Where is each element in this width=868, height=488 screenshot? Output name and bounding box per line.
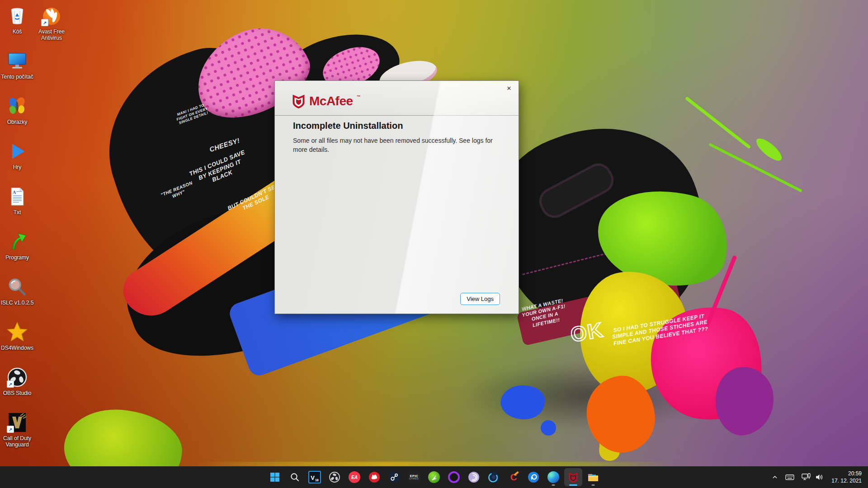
taskbar-mcafee-active[interactable] <box>564 468 582 486</box>
volume-icon <box>815 473 824 481</box>
dialog-message: Some or all files may not have been remo… <box>293 136 497 154</box>
view-logs-button[interactable]: View Logs <box>460 293 500 305</box>
desktop-icon-label: Call of Duty Vanguard <box>0 435 36 448</box>
taskbar-game-launcher[interactable] <box>425 468 443 486</box>
green-arrow-launcher-icon <box>428 471 440 483</box>
clock-time: 20:59 <box>831 470 862 477</box>
desktop-icon-label: Tento počítač <box>1 74 33 80</box>
desktop-icon-label: Kôš <box>13 28 22 35</box>
taskbar-bittorrent[interactable] <box>465 468 483 486</box>
paint-drop-blue <box>541 420 556 436</box>
desktop-icon-label: OBS Studio <box>3 390 32 396</box>
green-arrow-icon <box>6 230 28 253</box>
search-button[interactable] <box>286 468 304 486</box>
ccleaner-icon: C <box>510 472 517 483</box>
desktop-icon-label: Avast Free Antivirus <box>33 28 71 41</box>
desktop-icon-programs[interactable]: Programy <box>0 230 36 261</box>
taskbar-ccleaner[interactable]: C <box>505 468 523 486</box>
close-icon[interactable]: ✕ <box>504 83 514 93</box>
butterfly-icon <box>6 95 28 117</box>
taskbar-purple-ring-app[interactable] <box>445 468 463 486</box>
desktop-icon-obs[interactable]: ↗ OBS Studio <box>0 366 36 396</box>
start-button[interactable] <box>266 468 284 486</box>
ea-icon: EA <box>349 471 360 483</box>
mcafee-shield-icon <box>292 94 306 109</box>
play-triangle-icon <box>6 140 28 163</box>
mcafee-shield-icon <box>568 472 578 483</box>
desktop-icon-label: Obrazky <box>7 119 28 125</box>
paint-streak-green <box>685 96 751 149</box>
desktop-icon-label: Txt <box>14 209 21 216</box>
desktop-icon-islc[interactable]: ISLC v1.0.2.5 <box>0 276 36 306</box>
desktop-icon-label: Programy <box>5 254 29 261</box>
file-explorer-icon <box>587 471 599 483</box>
tray-network-volume-group[interactable] <box>798 468 827 486</box>
desktop-icon-recycle-bin[interactable]: Kôš <box>0 5 36 35</box>
purple-ring-icon <box>448 471 460 483</box>
mcafee-dialog-window: McAfee ™ ✕ Incomplete Uninstallation Som… <box>274 80 519 314</box>
taskbar-ubisoft-connect[interactable] <box>524 468 542 486</box>
bittorrent-icon <box>468 471 480 483</box>
vegas-pro-icon: V18 <box>308 471 321 483</box>
recycle-bin-icon <box>6 5 28 27</box>
taskbar-steam[interactable] <box>385 468 403 486</box>
blue-crescent-icon <box>488 471 500 483</box>
active-indicator <box>569 484 577 486</box>
paint-drop-green <box>753 135 785 164</box>
desktop-icon-this-pc[interactable]: Tento počítač <box>0 50 36 80</box>
shortcut-arrow-icon: ↗ <box>7 426 14 433</box>
desktop-icon-label: ISLC v1.0.2.5 <box>1 300 34 306</box>
edge-browser-icon <box>547 471 559 483</box>
svg-text:A: A <box>13 190 16 195</box>
desktop-icon-avast[interactable]: ↗ Avast Free Antivirus <box>33 5 71 41</box>
riot-games-icon <box>368 471 380 483</box>
desktop-icon-cod-vanguard[interactable]: ↗ Call of Duty Vanguard <box>0 411 36 448</box>
search-icon <box>290 472 300 482</box>
desktop-icon-ds4windows[interactable]: DS4Windows <box>0 321 36 351</box>
taskbar-icon-group: V18 EA <box>266 466 602 488</box>
network-icon <box>802 473 811 481</box>
desktop-icon-games[interactable]: Hry <box>0 140 36 170</box>
taskbar-file-explorer[interactable] <box>584 468 602 486</box>
text-document-icon: A <box>6 185 28 208</box>
running-indicator <box>592 484 595 486</box>
paint-streak-green-2 <box>708 143 802 192</box>
shortcut-arrow-icon: ↗ <box>41 19 48 26</box>
clock-date: 17. 12. 2021 <box>831 477 862 484</box>
shortcut-arrow-icon: ↗ <box>7 380 14 388</box>
taskbar-obs-studio[interactable] <box>326 468 344 486</box>
ubisoft-connect-icon <box>528 471 539 483</box>
desktop-icon-txt[interactable]: A Txt <box>0 185 36 216</box>
taskbar-edge[interactable] <box>544 468 562 486</box>
desktop-icon-label: DS4Windows <box>1 345 33 351</box>
desktop-icon-pictures[interactable]: Obrazky <box>0 95 36 125</box>
star-icon <box>6 321 28 343</box>
taskbar-ea-app[interactable]: EA <box>345 468 363 486</box>
epic-games-icon: EPIC GAMES <box>408 471 420 483</box>
trademark-symbol: ™ <box>357 94 361 99</box>
taskbar: V18 EA <box>0 466 868 488</box>
steam-icon <box>388 471 400 483</box>
taskbar-crescent-app[interactable] <box>485 468 503 486</box>
mcafee-brand-text: McAfee <box>309 94 353 108</box>
windows-logo-icon <box>270 472 280 482</box>
dialog-title: Incomplete Uninstallation <box>293 121 403 131</box>
avast-icon: ↗ <box>40 5 63 27</box>
taskbar-epic-games[interactable]: EPIC GAMES <box>405 468 423 486</box>
tray-touch-keyboard-button[interactable] <box>782 468 797 486</box>
touch-keyboard-icon <box>785 474 794 481</box>
mcafee-logo: McAfee ™ <box>292 94 361 109</box>
system-tray: 20:59 17. 12. 2021 <box>769 466 865 488</box>
tray-chevron-button[interactable] <box>769 468 781 486</box>
dialog-header: McAfee ™ ✕ <box>275 81 519 116</box>
running-indicator <box>552 484 555 486</box>
obs-studio-icon: ↗ <box>6 366 28 389</box>
taskbar-clock[interactable]: 20:59 17. 12. 2021 <box>828 470 865 484</box>
wallpaper-gold-band <box>194 462 674 466</box>
computer-monitor-icon <box>6 50 28 72</box>
obs-studio-icon <box>329 471 340 483</box>
desktop-icon-label: Hry <box>13 164 22 170</box>
magnifier-icon <box>6 276 28 298</box>
taskbar-riot-games[interactable] <box>365 468 383 486</box>
taskbar-vegas-pro[interactable]: V18 <box>306 468 324 486</box>
